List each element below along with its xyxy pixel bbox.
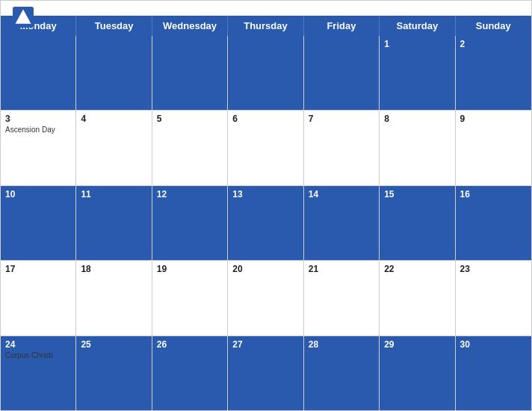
cell-date: 18 — [81, 264, 146, 274]
cell-w3-d6: 15 — [380, 186, 455, 260]
week-row-2: 3Ascension Day456789 — [1, 111, 531, 185]
cell-date: 29 — [384, 339, 450, 350]
cell-date: 3 — [5, 114, 71, 124]
cell-date: 24 — [5, 339, 71, 350]
cell-w1-d3 — [152, 36, 228, 110]
cell-w4-d6: 22 — [380, 261, 455, 335]
week-row-1: 12 — [1, 36, 531, 111]
cell-date: 15 — [384, 189, 450, 200]
cell-date: 11 — [81, 189, 146, 200]
day-friday: Friday — [304, 16, 380, 36]
day-thursday: Thursday — [228, 16, 303, 36]
logo-icon — [13, 7, 34, 28]
cell-event: Corpus Christi — [5, 351, 71, 359]
cell-w1-d7: 2 — [456, 36, 531, 110]
cell-w4-d7: 23 — [456, 261, 531, 335]
cell-w2-d7: 9 — [456, 111, 531, 185]
cell-date: 6 — [232, 114, 298, 124]
cell-date: 20 — [232, 264, 298, 274]
cell-w1-d4 — [228, 36, 303, 110]
cell-date: 16 — [460, 189, 527, 200]
cell-w4-d4: 20 — [228, 261, 303, 335]
cell-date: 19 — [157, 264, 223, 274]
cell-date: 17 — [5, 264, 71, 274]
cell-w5-d5: 28 — [304, 336, 380, 410]
cell-w3-d7: 16 — [456, 186, 531, 260]
cell-date: 7 — [309, 114, 374, 124]
cell-date: 1 — [384, 39, 450, 49]
cell-w1-d5 — [304, 36, 380, 110]
cell-date: 2 — [460, 39, 527, 49]
cell-w4-d5: 21 — [304, 261, 380, 335]
cell-date: 5 — [157, 114, 223, 124]
calendar-body: 123Ascension Day456789101112131415161718… — [1, 36, 531, 410]
cell-w2-d6: 8 — [380, 111, 455, 185]
cell-w1-d1 — [1, 36, 76, 110]
cell-date: 10 — [5, 189, 71, 200]
cell-w2-d4: 6 — [228, 111, 303, 185]
cell-w5-d7: 30 — [456, 336, 531, 410]
cell-w3-d5: 14 — [304, 186, 380, 260]
logo — [13, 7, 37, 28]
cell-date: 23 — [460, 264, 527, 274]
cell-date: 4 — [81, 114, 146, 124]
cell-date: 14 — [309, 189, 374, 200]
cell-w4-d1: 17 — [1, 261, 76, 335]
cell-w5-d6: 29 — [380, 336, 455, 410]
calendar-container: Monday Tuesday Wednesday Thursday Friday… — [0, 0, 532, 411]
cell-date: 13 — [232, 189, 298, 200]
cell-w5-d1: 24Corpus Christi — [1, 336, 76, 410]
day-saturday: Saturday — [380, 16, 455, 36]
cell-date: 9 — [460, 114, 527, 124]
cell-w3-d1: 10 — [1, 186, 76, 260]
cell-w4-d3: 19 — [152, 261, 228, 335]
cell-w3-d4: 13 — [228, 186, 303, 260]
cell-event: Ascension Day — [5, 126, 71, 134]
cell-date: 28 — [309, 339, 374, 350]
week-row-3: 10111213141516 — [1, 186, 531, 261]
cell-w5-d4: 27 — [228, 336, 303, 410]
cell-date: 30 — [460, 339, 527, 350]
cell-w1-d6: 1 — [380, 36, 455, 110]
day-wednesday: Wednesday — [152, 16, 228, 36]
cell-w5-d2: 25 — [76, 336, 152, 410]
cell-date: 21 — [309, 264, 374, 274]
cell-w1-d2 — [76, 36, 152, 110]
cell-w2-d1: 3Ascension Day — [1, 111, 76, 185]
cell-w3-d3: 12 — [152, 186, 228, 260]
cell-date: 25 — [81, 339, 146, 350]
cell-w4-d2: 18 — [76, 261, 152, 335]
cell-w2-d2: 4 — [76, 111, 152, 185]
day-sunday: Sunday — [456, 16, 531, 36]
cell-w2-d3: 5 — [152, 111, 228, 185]
cell-date: 8 — [384, 114, 450, 124]
cell-date: 27 — [232, 339, 298, 350]
days-header: Monday Tuesday Wednesday Thursday Friday… — [1, 16, 531, 36]
week-row-5: 24Corpus Christi252627282930 — [1, 336, 531, 410]
cell-w5-d3: 26 — [152, 336, 228, 410]
cell-w3-d2: 11 — [76, 186, 152, 260]
day-tuesday: Tuesday — [76, 16, 152, 36]
cell-date: 12 — [157, 189, 223, 200]
cell-date: 26 — [157, 339, 223, 350]
cell-w2-d5: 7 — [304, 111, 380, 185]
week-row-4: 17181920212223 — [1, 261, 531, 336]
calendar-header — [1, 1, 531, 16]
cell-date: 22 — [384, 264, 450, 274]
